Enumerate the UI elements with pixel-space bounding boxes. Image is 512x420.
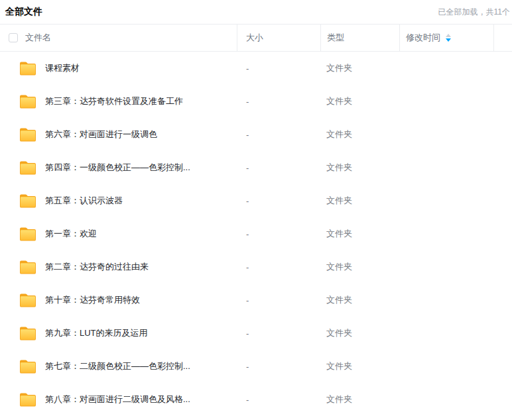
column-header-size[interactable]: 大小 bbox=[237, 25, 320, 51]
table-row[interactable]: 第四章：一级颜色校正——色彩控制... - 文件夹 bbox=[0, 151, 512, 184]
file-size: - bbox=[237, 196, 320, 206]
file-name-cell: 第四章：一级颜色校正——色彩控制... bbox=[0, 160, 237, 175]
file-name[interactable]: 第二章：达芬奇的过往由来 bbox=[45, 261, 149, 273]
table-row[interactable]: 第九章：LUT的来历及运用 - 文件夹 bbox=[0, 317, 512, 350]
file-name[interactable]: 第三章：达芬奇软件设置及准备工作 bbox=[45, 95, 183, 107]
file-size: - bbox=[237, 163, 320, 173]
table-row[interactable]: 第十章：达芬奇常用特效 - 文件夹 bbox=[0, 284, 512, 317]
file-name[interactable]: 第四章：一级颜色校正——色彩控制... bbox=[45, 162, 190, 174]
folder-icon bbox=[19, 193, 36, 208]
file-type: 文件夹 bbox=[320, 360, 399, 372]
file-name[interactable]: 第十章：达芬奇常用特效 bbox=[45, 294, 140, 306]
folder-icon bbox=[19, 61, 36, 76]
column-header-extra bbox=[493, 25, 512, 51]
file-name-cell: 第一章：欢迎 bbox=[0, 227, 237, 241]
file-size: - bbox=[237, 329, 320, 339]
file-type: 文件夹 bbox=[320, 294, 399, 306]
table-row[interactable]: 第六章：对画面进行一级调色 - 文件夹 bbox=[0, 118, 512, 151]
file-name[interactable]: 第九章：LUT的来历及运用 bbox=[45, 327, 148, 339]
file-name-cell: 第十章：达芬奇常用特效 bbox=[0, 293, 237, 307]
table-row[interactable]: 第八章：对画面进行二级调色及风格... - 文件夹 bbox=[0, 383, 512, 416]
table-row[interactable]: 第三章：达芬奇软件设置及准备工作 - 文件夹 bbox=[0, 85, 512, 118]
column-label-size: 大小 bbox=[246, 32, 263, 44]
file-type: 文件夹 bbox=[320, 394, 399, 405]
folder-icon bbox=[19, 260, 36, 274]
folder-icon bbox=[19, 227, 36, 241]
file-name[interactable]: 第八章：对画面进行二级调色及风格... bbox=[45, 394, 190, 405]
file-type: 文件夹 bbox=[320, 162, 399, 174]
file-name-cell: 第三章：达芬奇软件设置及准备工作 bbox=[0, 94, 237, 109]
file-size: - bbox=[237, 262, 320, 272]
file-type: 文件夹 bbox=[320, 261, 399, 273]
column-label-type: 类型 bbox=[327, 32, 344, 44]
table-row[interactable]: 第七章：二级颜色校正——色彩控制... - 文件夹 bbox=[0, 350, 512, 383]
file-size: - bbox=[237, 64, 320, 74]
sort-caret-up-icon bbox=[446, 34, 451, 37]
file-name[interactable]: 课程素材 bbox=[45, 62, 80, 74]
folder-icon bbox=[19, 326, 36, 341]
file-size: - bbox=[237, 97, 320, 107]
file-name[interactable]: 第一章：欢迎 bbox=[45, 228, 97, 240]
file-type: 文件夹 bbox=[320, 228, 399, 240]
column-label-mtime: 修改时间 bbox=[406, 32, 440, 44]
page-header: 全部文件 已全部加载，共11个 bbox=[0, 0, 512, 24]
table-row[interactable]: 第一章：欢迎 - 文件夹 bbox=[0, 217, 512, 250]
table-header: 文件名 大小 类型 修改时间 bbox=[0, 24, 512, 52]
folder-icon bbox=[19, 392, 36, 407]
file-name-cell: 课程素材 bbox=[0, 61, 237, 76]
file-size: - bbox=[237, 229, 320, 239]
file-size: - bbox=[237, 295, 320, 305]
file-name-cell: 第七章：二级颜色校正——色彩控制... bbox=[0, 359, 237, 374]
load-status: 已全部加载，共11个 bbox=[438, 7, 510, 18]
file-list: 课程素材 - 文件夹 第三章：达芬奇软件设置及准备工作 - 文件夹 bbox=[0, 52, 512, 416]
column-header-type[interactable]: 类型 bbox=[320, 25, 399, 51]
file-name-cell: 第六章：对画面进行一级调色 bbox=[0, 127, 237, 142]
file-name[interactable]: 第七章：二级颜色校正——色彩控制... bbox=[45, 360, 190, 372]
folder-icon bbox=[19, 94, 36, 109]
file-type: 文件夹 bbox=[320, 195, 399, 207]
file-type: 文件夹 bbox=[320, 129, 399, 140]
file-size: - bbox=[237, 395, 320, 405]
column-label-name: 文件名 bbox=[25, 32, 51, 44]
file-type: 文件夹 bbox=[320, 327, 399, 339]
column-header-name[interactable]: 文件名 bbox=[0, 25, 237, 51]
sort-caret-icon[interactable] bbox=[446, 34, 451, 42]
file-name[interactable]: 第五章：认识示波器 bbox=[45, 195, 123, 207]
file-size: - bbox=[237, 362, 320, 372]
sort-caret-down-icon bbox=[446, 38, 451, 42]
file-name-cell: 第五章：认识示波器 bbox=[0, 193, 237, 208]
folder-icon bbox=[19, 127, 36, 142]
file-size: - bbox=[237, 130, 320, 140]
table-row[interactable]: 第二章：达芬奇的过往由来 - 文件夹 bbox=[0, 250, 512, 284]
table-row[interactable]: 第五章：认识示波器 - 文件夹 bbox=[0, 184, 512, 217]
folder-icon bbox=[19, 160, 36, 175]
column-header-mtime[interactable]: 修改时间 bbox=[399, 25, 493, 51]
folder-icon bbox=[19, 293, 36, 307]
file-name-cell: 第九章：LUT的来历及运用 bbox=[0, 326, 237, 341]
file-type: 文件夹 bbox=[320, 62, 399, 74]
folder-icon bbox=[19, 359, 36, 374]
file-name-cell: 第八章：对画面进行二级调色及风格... bbox=[0, 392, 237, 407]
file-name[interactable]: 第六章：对画面进行一级调色 bbox=[45, 129, 157, 140]
file-type: 文件夹 bbox=[320, 95, 399, 107]
table-row[interactable]: 课程素材 - 文件夹 bbox=[0, 52, 512, 85]
select-all-checkbox[interactable] bbox=[9, 33, 18, 42]
file-name-cell: 第二章：达芬奇的过往由来 bbox=[0, 260, 237, 274]
page-title: 全部文件 bbox=[5, 6, 42, 18]
